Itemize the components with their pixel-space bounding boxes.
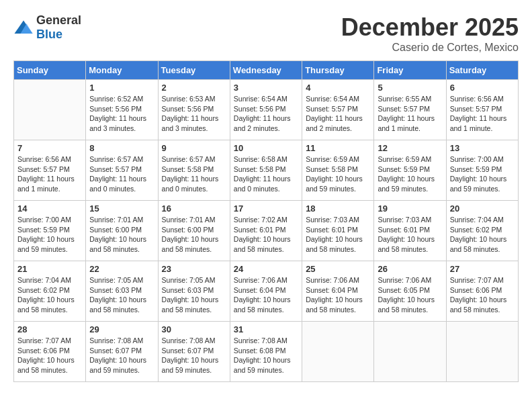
- day-info: Sunrise: 6:56 AMSunset: 5:57 PMDaylight:…: [450, 94, 515, 134]
- day-info: Sunrise: 6:56 AMSunset: 5:57 PMDaylight:…: [17, 154, 82, 194]
- page-header: General Blue December 2025 Caserio de Co…: [13, 13, 519, 54]
- logo-icon: [13, 19, 34, 36]
- day-number: 20: [450, 203, 515, 214]
- weekday-header-thursday: Thursday: [302, 61, 374, 80]
- calendar-day: 29Sunrise: 7:08 AMSunset: 6:07 PMDayligh…: [86, 322, 158, 382]
- weekday-header-saturday: Saturday: [446, 61, 518, 80]
- calendar-day: 2Sunrise: 6:53 AMSunset: 5:56 PMDaylight…: [158, 80, 230, 140]
- day-number: 8: [89, 143, 154, 153]
- calendar-day: 6Sunrise: 6:56 AMSunset: 5:57 PMDaylight…: [446, 80, 518, 140]
- day-number: 22: [89, 264, 154, 274]
- day-number: 31: [234, 324, 298, 334]
- day-info: Sunrise: 7:06 AMSunset: 6:04 PMDaylight:…: [306, 275, 370, 315]
- day-info: Sunrise: 7:01 AMSunset: 6:00 PMDaylight:…: [162, 215, 226, 255]
- calendar-day: 31Sunrise: 7:08 AMSunset: 6:08 PMDayligh…: [230, 322, 302, 382]
- day-info: Sunrise: 7:01 AMSunset: 6:00 PMDaylight:…: [89, 215, 154, 255]
- weekday-header-monday: Monday: [86, 61, 158, 80]
- weekday-header-sunday: Sunday: [14, 61, 86, 80]
- calendar-week-1: 1Sunrise: 6:52 AMSunset: 5:56 PMDaylight…: [14, 80, 519, 140]
- day-number: 27: [450, 264, 515, 274]
- day-number: 12: [378, 143, 442, 153]
- calendar-day: [374, 322, 446, 382]
- day-number: 13: [450, 143, 515, 153]
- calendar-day: 14Sunrise: 7:00 AMSunset: 5:59 PMDayligh…: [14, 201, 86, 261]
- day-info: Sunrise: 7:00 AMSunset: 5:59 PMDaylight:…: [450, 154, 515, 194]
- calendar-day: [302, 322, 374, 382]
- calendar-day: 13Sunrise: 7:00 AMSunset: 5:59 PMDayligh…: [446, 140, 518, 201]
- day-info: Sunrise: 7:04 AMSunset: 6:02 PMDaylight:…: [17, 275, 82, 315]
- calendar-day: [14, 80, 86, 140]
- day-number: 14: [17, 203, 82, 214]
- day-info: Sunrise: 7:03 AMSunset: 6:01 PMDaylight:…: [306, 215, 370, 255]
- calendar-day: 9Sunrise: 6:57 AMSunset: 5:58 PMDaylight…: [158, 140, 230, 201]
- day-number: 18: [306, 203, 370, 214]
- day-number: 23: [162, 264, 226, 274]
- calendar-day: 22Sunrise: 7:05 AMSunset: 6:03 PMDayligh…: [86, 261, 158, 322]
- calendar-table: SundayMondayTuesdayWednesdayThursdayFrid…: [13, 60, 519, 382]
- month-title: December 2025: [341, 13, 519, 42]
- day-number: 7: [17, 143, 82, 153]
- day-info: Sunrise: 7:08 AMSunset: 6:07 PMDaylight:…: [89, 336, 154, 375]
- weekday-header-row: SundayMondayTuesdayWednesdayThursdayFrid…: [14, 61, 519, 80]
- day-number: 6: [450, 83, 515, 93]
- calendar-day: 27Sunrise: 7:07 AMSunset: 6:06 PMDayligh…: [446, 261, 518, 322]
- day-number: 5: [378, 83, 442, 93]
- calendar-day: 12Sunrise: 6:59 AMSunset: 5:59 PMDayligh…: [374, 140, 446, 201]
- calendar-week-3: 14Sunrise: 7:00 AMSunset: 5:59 PMDayligh…: [14, 201, 519, 261]
- logo: General Blue: [13, 13, 81, 42]
- calendar-day: [446, 322, 518, 382]
- day-info: Sunrise: 7:06 AMSunset: 6:05 PMDaylight:…: [378, 275, 442, 315]
- day-info: Sunrise: 6:59 AMSunset: 5:58 PMDaylight:…: [306, 154, 370, 194]
- day-info: Sunrise: 7:06 AMSunset: 6:04 PMDaylight:…: [234, 275, 298, 315]
- day-number: 24: [234, 264, 298, 274]
- day-info: Sunrise: 6:53 AMSunset: 5:56 PMDaylight:…: [162, 94, 226, 134]
- calendar-day: 20Sunrise: 7:04 AMSunset: 6:02 PMDayligh…: [446, 201, 518, 261]
- weekday-header-friday: Friday: [374, 61, 446, 80]
- day-number: 4: [306, 83, 370, 93]
- day-info: Sunrise: 6:57 AMSunset: 5:58 PMDaylight:…: [162, 154, 226, 194]
- title-section: December 2025 Caserio de Cortes, Mexico: [341, 13, 519, 54]
- day-number: 11: [306, 143, 370, 153]
- calendar-day: 5Sunrise: 6:55 AMSunset: 5:57 PMDaylight…: [374, 80, 446, 140]
- day-number: 26: [378, 264, 442, 274]
- calendar-day: 30Sunrise: 7:08 AMSunset: 6:07 PMDayligh…: [158, 322, 230, 382]
- calendar-week-5: 28Sunrise: 7:07 AMSunset: 6:06 PMDayligh…: [14, 322, 519, 382]
- day-number: 1: [89, 83, 154, 93]
- calendar-day: 23Sunrise: 7:05 AMSunset: 6:03 PMDayligh…: [158, 261, 230, 322]
- calendar-day: 11Sunrise: 6:59 AMSunset: 5:58 PMDayligh…: [302, 140, 374, 201]
- calendar-day: 16Sunrise: 7:01 AMSunset: 6:00 PMDayligh…: [158, 201, 230, 261]
- day-number: 3: [234, 83, 298, 93]
- day-number: 30: [162, 324, 226, 334]
- location: Caserio de Cortes, Mexico: [341, 42, 519, 54]
- day-info: Sunrise: 7:07 AMSunset: 6:06 PMDaylight:…: [450, 275, 515, 315]
- calendar-day: 8Sunrise: 6:57 AMSunset: 5:57 PMDaylight…: [86, 140, 158, 201]
- weekday-header-tuesday: Tuesday: [158, 61, 230, 80]
- day-info: Sunrise: 6:54 AMSunset: 5:56 PMDaylight:…: [234, 94, 298, 134]
- logo-blue: Blue: [36, 28, 62, 41]
- day-number: 15: [89, 203, 154, 214]
- day-number: 2: [162, 83, 226, 93]
- day-number: 19: [378, 203, 442, 214]
- day-number: 16: [162, 203, 226, 214]
- day-number: 9: [162, 143, 226, 153]
- calendar-day: 1Sunrise: 6:52 AMSunset: 5:56 PMDaylight…: [86, 80, 158, 140]
- day-number: 25: [306, 264, 370, 274]
- day-info: Sunrise: 7:03 AMSunset: 6:01 PMDaylight:…: [378, 215, 442, 255]
- day-info: Sunrise: 7:08 AMSunset: 6:08 PMDaylight:…: [234, 336, 298, 375]
- weekday-header-wednesday: Wednesday: [230, 61, 302, 80]
- day-info: Sunrise: 7:05 AMSunset: 6:03 PMDaylight:…: [89, 275, 154, 315]
- day-info: Sunrise: 6:57 AMSunset: 5:57 PMDaylight:…: [89, 154, 154, 194]
- logo-general: General: [36, 13, 81, 27]
- day-info: Sunrise: 7:02 AMSunset: 6:01 PMDaylight:…: [234, 215, 298, 255]
- calendar-day: 17Sunrise: 7:02 AMSunset: 6:01 PMDayligh…: [230, 201, 302, 261]
- day-info: Sunrise: 6:59 AMSunset: 5:59 PMDaylight:…: [378, 154, 442, 194]
- calendar-day: 18Sunrise: 7:03 AMSunset: 6:01 PMDayligh…: [302, 201, 374, 261]
- day-info: Sunrise: 6:54 AMSunset: 5:57 PMDaylight:…: [306, 94, 370, 134]
- day-info: Sunrise: 7:04 AMSunset: 6:02 PMDaylight:…: [450, 215, 515, 255]
- calendar-day: 25Sunrise: 7:06 AMSunset: 6:04 PMDayligh…: [302, 261, 374, 322]
- day-number: 28: [17, 324, 82, 334]
- day-number: 21: [17, 264, 82, 274]
- calendar-day: 3Sunrise: 6:54 AMSunset: 5:56 PMDaylight…: [230, 80, 302, 140]
- day-info: Sunrise: 7:00 AMSunset: 5:59 PMDaylight:…: [17, 215, 82, 255]
- day-info: Sunrise: 6:58 AMSunset: 5:58 PMDaylight:…: [234, 154, 298, 194]
